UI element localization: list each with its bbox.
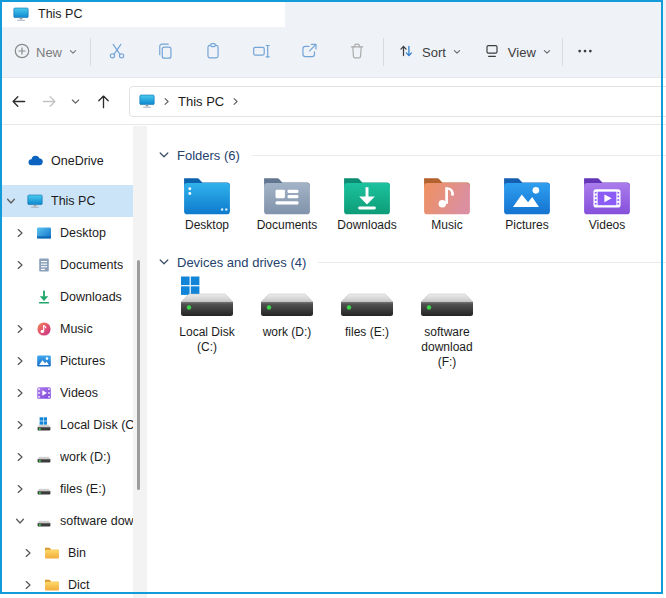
- chevron-down-icon[interactable]: [15, 516, 28, 526]
- folder-music-icon: [422, 171, 472, 215]
- chevron-down-icon[interactable]: [158, 149, 170, 161]
- rename-button[interactable]: [237, 32, 285, 72]
- folder-downloads-icon: [342, 171, 392, 215]
- drive-icon: [417, 278, 477, 322]
- sidebar-item-label: Dict: [68, 578, 90, 592]
- chevron-right-icon[interactable]: [15, 452, 28, 462]
- sidebar-item-dict[interactable]: Dict: [0, 569, 133, 598]
- cut-button[interactable]: [93, 32, 141, 72]
- sidebar-item-documents[interactable]: Documents: [0, 249, 133, 281]
- folder-icon: [44, 577, 60, 593]
- item-label: software download (F:): [413, 325, 481, 370]
- sidebar-item-videos[interactable]: Videos: [0, 377, 133, 409]
- up-button[interactable]: [93, 91, 114, 112]
- item-tile-files-e[interactable]: files (E:): [327, 278, 407, 370]
- breadcrumb-chevron-icon[interactable]: [231, 97, 240, 106]
- section-rule: [252, 155, 666, 156]
- chevron-down-icon[interactable]: [6, 196, 19, 206]
- item-label: Videos: [589, 218, 625, 233]
- back-button[interactable]: [8, 91, 29, 112]
- more-options-button[interactable]: [569, 40, 601, 65]
- sidebar-item-pictures[interactable]: Pictures: [0, 345, 133, 377]
- item-tile-work-d[interactable]: work (D:): [247, 278, 327, 370]
- chevron-right-icon[interactable]: [15, 228, 28, 238]
- chevron-right-icon[interactable]: [23, 580, 36, 590]
- content-pane: Folders (6)DesktopDocumentsDownloadsMusi…: [147, 126, 666, 598]
- delete-button[interactable]: [333, 32, 381, 72]
- folder-icon: [44, 545, 60, 561]
- item-tile-desktop[interactable]: Desktop: [167, 171, 247, 233]
- sidebar-item-downloads[interactable]: Downloads: [0, 281, 133, 313]
- drive-icon: [337, 278, 397, 322]
- sidebar-item-label: Desktop: [60, 226, 106, 240]
- forward-button[interactable]: [39, 91, 60, 112]
- item-tile-software-download-f[interactable]: software download (F:): [407, 278, 487, 370]
- sidebar-item-music[interactable]: Music: [0, 313, 133, 345]
- chevron-right-icon[interactable]: [23, 548, 36, 558]
- sidebar-item-label: Pictures: [60, 354, 105, 368]
- chevron-right-icon[interactable]: [15, 356, 28, 366]
- chevron-right-icon[interactable]: [15, 324, 28, 334]
- address-bar[interactable]: This PC: [129, 86, 666, 117]
- sidebar-item-label: files (E:): [60, 482, 106, 496]
- breadcrumb-segment[interactable]: This PC: [178, 94, 224, 109]
- rename-icon: [250, 40, 272, 65]
- section-header-folders-6[interactable]: Folders (6): [147, 146, 666, 164]
- share-button[interactable]: [285, 32, 333, 72]
- chevron-down-icon[interactable]: [158, 256, 170, 268]
- scrollbar-thumb[interactable]: [137, 260, 140, 490]
- chevron-right-icon[interactable]: [15, 484, 28, 494]
- item-label: files (E:): [345, 325, 389, 340]
- command-bar: New Sort View: [0, 27, 666, 78]
- sidebar-scrollbar[interactable]: [133, 126, 147, 598]
- drive-windows-icon: [177, 278, 237, 322]
- title-bar: This PC: [0, 0, 666, 27]
- sidebar-item-label: Music: [60, 322, 93, 336]
- downloads-icon: [36, 289, 52, 305]
- music-icon: [36, 321, 52, 337]
- share-icon: [298, 40, 320, 65]
- sidebar-item-software-downl[interactable]: software downl: [0, 505, 133, 537]
- item-tile-pictures[interactable]: Pictures: [487, 171, 567, 233]
- recent-locations-button[interactable]: [69, 95, 82, 108]
- sort-button-label: Sort: [422, 45, 446, 60]
- sidebar-item-bin[interactable]: Bin: [0, 537, 133, 569]
- sidebar-item-desktop[interactable]: Desktop: [0, 217, 133, 249]
- item-tile-documents[interactable]: Documents: [247, 171, 327, 233]
- copy-button[interactable]: [141, 32, 189, 72]
- videos-icon: [36, 385, 52, 401]
- ellipsis-icon: [574, 40, 596, 65]
- new-button[interactable]: New: [14, 43, 78, 62]
- sort-button[interactable]: Sort: [396, 41, 462, 64]
- chevron-right-icon[interactable]: [15, 260, 28, 270]
- item-tile-videos[interactable]: Videos: [567, 171, 647, 233]
- sidebar-item-this-pc[interactable]: This PC: [0, 185, 133, 217]
- desktop-icon: [36, 225, 52, 241]
- chevron-right-icon[interactable]: [15, 420, 28, 430]
- item-label: Music: [431, 218, 462, 233]
- item-label: work (D:): [263, 325, 312, 340]
- item-label: Desktop: [185, 218, 229, 233]
- section-grid-devices-and-drives-4: Local Disk (C:)work (D:)files (E:)softwa…: [147, 278, 666, 370]
- sidebar-item-onedrive[interactable]: OneDrive: [0, 146, 133, 176]
- paste-button[interactable]: [189, 32, 237, 72]
- toolbar-separator: [90, 38, 91, 66]
- sidebar-item-local-disk-c[interactable]: Local Disk (C:): [0, 409, 133, 441]
- sidebar-item-files-e[interactable]: files (E:): [0, 473, 133, 505]
- window-tab-this-pc[interactable]: This PC: [0, 0, 285, 27]
- item-tile-local-disk-c[interactable]: Local Disk (C:): [167, 278, 247, 370]
- item-tile-music[interactable]: Music: [407, 171, 487, 233]
- sidebar-item-label: Videos: [60, 386, 98, 400]
- breadcrumb-chevron-icon[interactable]: [162, 97, 171, 106]
- sidebar-item-work-d[interactable]: work (D:): [0, 441, 133, 473]
- toolbar-separator: [562, 38, 563, 66]
- section-header-devices-and-drives-4[interactable]: Devices and drives (4): [147, 253, 666, 271]
- sidebar-item-label: This PC: [51, 194, 95, 208]
- chevron-down-icon: [542, 45, 552, 60]
- drive-icon: [36, 449, 52, 465]
- folder-documents-icon: [262, 171, 312, 215]
- view-button[interactable]: View: [482, 41, 552, 64]
- folder-desktop-icon: [182, 171, 232, 215]
- chevron-right-icon[interactable]: [15, 388, 28, 398]
- item-tile-downloads[interactable]: Downloads: [327, 171, 407, 233]
